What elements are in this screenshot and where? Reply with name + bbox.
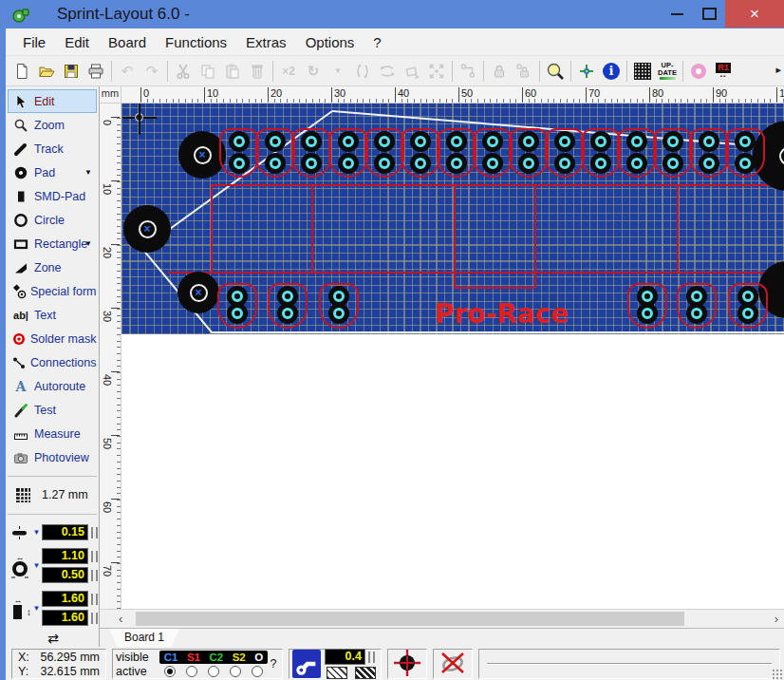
pad-drill-value[interactable]: 0.50 <box>42 567 88 583</box>
smd-height-spinner[interactable] <box>91 613 98 624</box>
scroll-left-arrow[interactable]: ‹ <box>119 611 122 627</box>
sidebar-tool-autoroute[interactable]: AAutoroute <box>8 374 97 398</box>
layer-s2-label[interactable]: S2 <box>233 652 246 663</box>
toolbar-tilt-button[interactable] <box>400 59 424 84</box>
pad-dropdown-arrow[interactable]: ▼ <box>84 168 92 177</box>
pad[interactable] <box>663 131 683 152</box>
menu-extras[interactable]: Extras <box>236 30 296 54</box>
track-width-spinner-status[interactable] <box>368 652 375 663</box>
toolbar-cut-button[interactable] <box>171 59 196 84</box>
minimize-button[interactable] <box>661 0 693 28</box>
menu-board[interactable]: Board <box>99 30 156 54</box>
pad[interactable] <box>277 303 298 324</box>
layer-o-active-radio[interactable] <box>252 666 263 677</box>
pad[interactable] <box>637 303 658 324</box>
track-width-value[interactable]: 0.15 <box>42 524 88 540</box>
pad[interactable] <box>626 153 647 174</box>
toolbar-undo-button[interactable]: ↶ <box>115 59 140 84</box>
sidebar-tool-connections[interactable]: Connections <box>8 350 97 374</box>
toolbar-update-button[interactable]: UP-DATE <box>655 59 680 84</box>
sidebar-tool-text[interactable]: ab|Text <box>8 303 97 327</box>
pad[interactable] <box>229 131 250 152</box>
sidebar-tool-circle[interactable]: Circle <box>8 208 97 232</box>
layer-c2-label[interactable]: C2 <box>209 652 223 663</box>
toolbar-lock-button[interactable] <box>487 59 512 84</box>
pad[interactable] <box>699 153 719 174</box>
mounting-hole[interactable]: × <box>123 205 171 253</box>
pad[interactable] <box>482 131 503 152</box>
pad[interactable] <box>590 131 611 152</box>
layer-o-label[interactable]: O <box>254 652 263 663</box>
toolbar-zoom-all-button[interactable] <box>543 59 568 84</box>
pad[interactable] <box>735 131 756 152</box>
pad-size-dropdown[interactable]: ▼ <box>31 561 42 570</box>
grid-button[interactable]: 1.27 mm <box>6 482 99 507</box>
pad-outer-spinner[interactable] <box>91 551 98 562</box>
pad[interactable] <box>229 153 250 174</box>
toolbar-mirror-vertical-button[interactable] <box>375 59 400 84</box>
layer-bar[interactable]: C1S1C2S2O <box>159 651 268 664</box>
layer-c1-label[interactable]: C1 <box>164 652 178 663</box>
resize-grip[interactable] <box>772 669 783 680</box>
track-width-dropdown[interactable]: ▼ <box>31 528 42 537</box>
rectangle-dropdown-arrow[interactable]: ▼ <box>84 239 92 248</box>
silkscreen-line[interactable] <box>534 184 536 289</box>
silkscreen-line[interactable] <box>677 184 679 274</box>
toolbar-print-button[interactable] <box>84 59 108 84</box>
current-track-width[interactable]: 0.4 <box>325 649 365 665</box>
pad-outer-value[interactable]: 1.10 <box>42 548 88 564</box>
pad[interactable] <box>482 153 503 174</box>
silkscreen-line[interactable] <box>211 184 784 186</box>
board-viewport[interactable]: Pro-Race ×××× <box>121 104 784 609</box>
silkscreen-line[interactable] <box>168 272 784 274</box>
sidebar-tool-photoview[interactable]: Photoview <box>8 445 97 469</box>
sidebar-tool-test[interactable]: Test <box>8 398 97 422</box>
pad[interactable] <box>663 153 683 174</box>
layer-s2-active-radio[interactable] <box>230 666 241 677</box>
toolbar-components-button[interactable]: R1▪▪ <box>711 59 736 84</box>
sidebar-tool-zone[interactable]: Zone <box>8 255 97 279</box>
pad[interactable] <box>301 153 322 174</box>
menu-options[interactable]: Options <box>296 30 364 54</box>
pad[interactable] <box>265 131 286 152</box>
track-width-spinner[interactable] <box>91 527 98 538</box>
pad[interactable] <box>590 153 611 174</box>
pad[interactable] <box>338 153 359 174</box>
crosshair-snap-panel[interactable] <box>387 649 427 679</box>
maximize-button[interactable] <box>693 0 725 28</box>
toolbar-solder-mask-view-button[interactable] <box>686 59 711 84</box>
sidebar-tool-special-form[interactable]: Special form <box>8 279 97 303</box>
menu-[interactable]: ? <box>364 30 390 54</box>
smd-width-spinner[interactable] <box>91 594 98 605</box>
sidebar-tool-rectangle[interactable]: Rectangle▼ <box>8 232 97 255</box>
pad[interactable] <box>626 131 647 152</box>
sidebar-tool-solder-mask[interactable]: Solder mask <box>8 327 97 350</box>
layer-c2-active-radio[interactable] <box>208 666 219 677</box>
toolbar-duplicate-x2-button[interactable]: ×2 <box>276 59 301 84</box>
sidebar-tool-edit[interactable]: Edit <box>8 89 97 113</box>
toolbar-lock-pads-button[interactable] <box>512 59 536 84</box>
pad[interactable] <box>446 153 467 174</box>
pad[interactable] <box>518 131 539 152</box>
close-button[interactable]: × <box>725 0 784 28</box>
pad[interactable] <box>328 303 349 324</box>
pad[interactable] <box>554 131 575 152</box>
sidebar-tool-zoom[interactable]: Zoom <box>8 113 97 137</box>
toolbar-delete-button[interactable] <box>245 59 270 84</box>
toolbar-new-file-button[interactable] <box>9 59 34 84</box>
sidebar-tool-pad[interactable]: Pad▼ <box>8 161 97 184</box>
pad[interactable] <box>737 303 758 324</box>
smd-height-value[interactable]: 1.60 <box>42 610 88 626</box>
pad[interactable] <box>518 153 539 174</box>
layer-help-button[interactable]: ? <box>268 657 279 671</box>
photoview-off-panel[interactable] <box>433 649 473 679</box>
toolbar-save-file-button[interactable] <box>59 59 84 84</box>
toolbar-info-button[interactable]: i <box>599 59 624 84</box>
toolbar-align-center-button[interactable] <box>424 59 449 84</box>
layer-s1-active-radio[interactable] <box>186 666 197 677</box>
toolbar-paste-button[interactable] <box>220 59 245 84</box>
pad[interactable] <box>554 153 575 174</box>
toolbar-rotate-options-button[interactable]: ▼ <box>326 59 350 84</box>
scroll-right-arrow[interactable]: › <box>775 611 778 627</box>
sidebar-tool-smd-pad[interactable]: SMD-Pad <box>8 184 97 208</box>
